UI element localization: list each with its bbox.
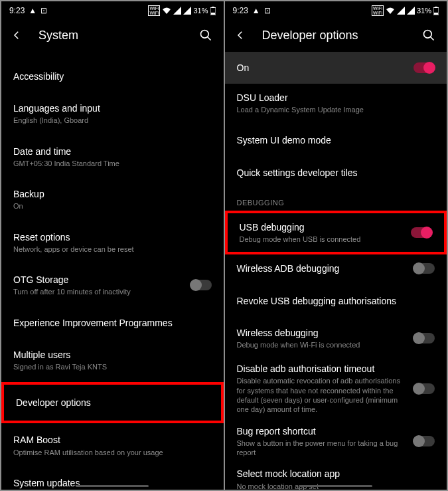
back-icon[interactable] [233,28,248,43]
notification-icon: ▲ [29,6,37,15]
svg-line-9 [431,37,434,41]
status-time: 9:23 [233,6,248,15]
settings-item-backup[interactable]: Backup On [1,180,224,219]
nav-indicator[interactable] [76,485,149,487]
status-time: 9:23 [9,6,25,15]
svg-rect-7 [434,13,438,15]
settings-item-wireless-debugging[interactable]: Wireless debugging Debug mode when Wi-Fi… [225,319,447,357]
nav-indicator[interactable] [299,485,372,487]
settings-item-users[interactable]: Multiple users Signed in as Ravi Teja KN… [1,341,224,379]
developer-options-screen: 9:23 ▲ ⊡ WiFiWiFi 31% Developer options [225,1,447,490]
page-title: System [38,29,184,43]
svg-rect-2 [211,13,215,15]
usb-debugging-toggle[interactable] [411,227,432,238]
settings-item-disable-adb-timeout[interactable]: Disable adb authorisation timeout Disabl… [225,357,447,419]
battery-icon [210,7,216,15]
header: System [1,19,224,52]
otg-toggle[interactable] [190,280,212,290]
page-title: Developer options [262,29,408,43]
settings-item-bug-report[interactable]: Bug report shortcut Show a button in the… [225,420,447,463]
status-bar: 9:23 ▲ ⊡ WiFiWiFi 31% [225,1,447,19]
header: Developer options [225,19,447,52]
settings-item-languages[interactable]: Languages and input English (India), Gbo… [1,94,224,133]
settings-item-otg[interactable]: OTG Storage Turn off after 10 minutes of… [1,266,224,304]
battery-percent: 31% [417,7,431,15]
settings-item-ram-boost[interactable]: RAM Boost Optimise RAM utilisation based… [1,426,224,464]
svg-line-4 [207,37,210,41]
settings-item-datetime[interactable]: Date and time GMT+05:30 India Standard T… [1,138,224,176]
signal-icon [183,7,191,15]
battery-percent: 31% [193,7,208,15]
signal-icon [173,7,181,15]
settings-item-usb-debugging[interactable]: USB debugging Debug mode when USB is con… [225,211,447,254]
wifi-band-icon: WiFiWiFi [372,5,384,16]
search-icon[interactable] [198,28,213,43]
signal-icon [397,7,405,15]
back-icon[interactable] [9,28,24,43]
notification-icon: ▲ [252,6,260,15]
settings-item-dsu-loader[interactable]: DSU Loader Load a Dynamic System Update … [225,84,447,122]
wireless-adb-toggle[interactable] [413,263,435,274]
settings-item-revoke-usb[interactable]: Revoke USB debugging authorisations [225,287,447,315]
master-toggle[interactable] [413,62,435,73]
notification-icon: ⊡ [40,6,47,15]
settings-item-developer-options[interactable]: Developer options [1,382,224,423]
battery-icon [433,7,439,15]
settings-item-wireless-adb[interactable]: Wireless ADB debugging [225,254,447,282]
status-bar: 9:23 ▲ ⊡ WiFiWiFi 31% [1,1,224,19]
wifi-icon [162,7,171,15]
settings-item-reset[interactable]: Reset options Network, apps or device ca… [1,223,224,262]
system-settings-screen: 9:23 ▲ ⊡ WiFiWiFi 31% System [1,1,224,490]
search-icon[interactable] [421,28,436,43]
settings-item-accessibility[interactable]: Accessibility [1,62,224,90]
svg-point-3 [200,31,208,39]
notification-icon: ⊡ [264,6,271,15]
settings-item-system-ui-demo[interactable]: System UI demo mode [225,126,447,154]
wifi-icon [386,7,395,15]
bug-report-toggle[interactable] [413,436,435,446]
wifi-band-icon: WiFiWiFi [148,5,160,16]
svg-point-8 [424,31,432,39]
wireless-debugging-toggle[interactable] [413,333,435,344]
settings-item-experience[interactable]: Experience Improvement Programmes [1,309,224,337]
section-header-debugging: DEBUGGING [225,187,447,211]
disable-adb-timeout-toggle[interactable] [413,383,435,394]
signal-icon [407,7,415,15]
settings-item-quick-tiles[interactable]: Quick settings developer tiles [225,159,447,187]
developer-options-master-toggle[interactable]: On [225,52,447,84]
